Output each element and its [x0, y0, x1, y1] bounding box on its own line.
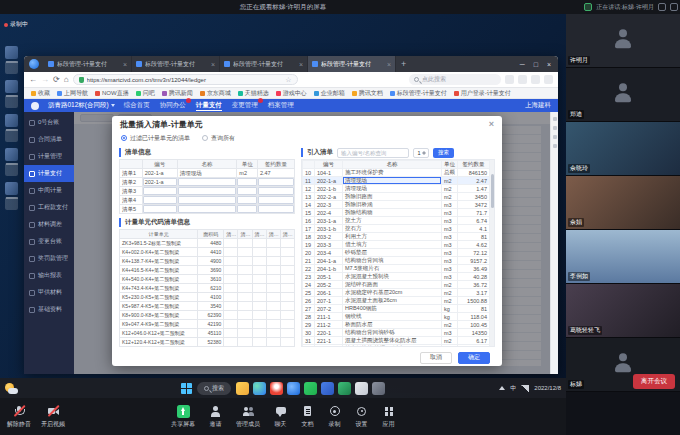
- taskbar-search[interactable]: 搜索: [197, 382, 231, 395]
- cell-input[interactable]: [237, 178, 258, 187]
- sidebar-item[interactable]: 计量支付: [24, 165, 74, 182]
- app-nav-item[interactable]: 计量支付: [196, 101, 222, 111]
- bookmark-item[interactable]: 问吧: [136, 89, 155, 98]
- cell-input[interactable]: [237, 196, 258, 205]
- participant-tile[interactable]: 佘娟: [566, 176, 680, 230]
- desktop-icon[interactable]: [5, 114, 18, 127]
- participant-tile[interactable]: 郑迪: [566, 68, 680, 122]
- close-icon[interactable]: ×: [489, 119, 494, 129]
- weather-widget-icon[interactable]: [5, 382, 18, 395]
- menu-icon[interactable]: [544, 75, 553, 84]
- participant-tile[interactable]: 佘晓玲: [566, 122, 680, 176]
- import-row[interactable]: 13202-2-a拆除旧路面m23450: [303, 193, 490, 201]
- cell-input[interactable]: [177, 187, 237, 196]
- tab-close-icon[interactable]: ×: [211, 61, 215, 68]
- unit-row[interactable]: K4+743.4-K4+第二预制梁6210: [120, 284, 295, 293]
- download-icon[interactable]: [505, 75, 514, 84]
- close-button[interactable]: ×: [547, 61, 551, 68]
- back-icon[interactable]: ←: [29, 76, 37, 84]
- unit-row[interactable]: K8+900.0-K8+第二预制梁62390: [120, 311, 295, 320]
- tools-icon[interactable]: [553, 144, 557, 148]
- profile-icon[interactable]: [531, 75, 540, 84]
- radio-icon[interactable]: [202, 135, 208, 141]
- qq-browser-icon[interactable]: [287, 382, 300, 395]
- import-row[interactable]: 27207-2HRB400钢筋kg81: [303, 305, 490, 313]
- bookmark-item[interactable]: 天猫精选: [238, 89, 269, 98]
- sidebar-item[interactable]: 合同清单: [24, 131, 74, 148]
- unit-row[interactable]: K4+002.0-K4+第二预制梁4410: [120, 248, 295, 257]
- sidebar-item[interactable]: 工程款支付: [24, 199, 74, 216]
- toolbar-chat[interactable]: 聊天: [274, 405, 287, 429]
- import-row[interactable]: 32223-1特大桥挖基(挖深5m以内)m31254.9: [303, 345, 490, 348]
- start-button[interactable]: [181, 383, 192, 394]
- import-row[interactable]: 17203-1-b挖石方m34.1: [303, 225, 490, 233]
- toolbar-members[interactable]: 管理成员: [236, 405, 260, 429]
- app-nav-item[interactable]: 协同办公: [160, 101, 186, 111]
- edge-icon[interactable]: [253, 382, 266, 395]
- tab-close-icon[interactable]: ×: [299, 61, 303, 68]
- file-explorer-icon[interactable]: [236, 382, 249, 395]
- home-icon[interactable]: ⌂: [64, 76, 69, 84]
- forward-icon[interactable]: →: [41, 76, 49, 84]
- bookmark-item[interactable]: 用户登录-计量支付: [454, 89, 511, 98]
- list-info-row[interactable]: 清单2202-1-a: [120, 178, 295, 187]
- cell-input[interactable]: [237, 205, 258, 214]
- cell-input[interactable]: [177, 196, 237, 205]
- sidebar-item[interactable]: 中间计量: [24, 182, 74, 199]
- bookmark-item[interactable]: 游戏中心: [276, 89, 307, 98]
- bookmark-star-icon[interactable]: ☆: [285, 76, 291, 84]
- import-row[interactable]: 28211-1钢绞线kg118.04: [303, 313, 490, 321]
- list-info-row[interactable]: 清单3: [120, 187, 295, 196]
- cell-input[interactable]: [257, 196, 294, 205]
- leave-meeting-button[interactable]: 离开会议: [633, 374, 675, 389]
- unit-row[interactable]: K9+047.4-K9+第二预制梁42190: [120, 320, 295, 329]
- bookmark-item[interactable]: NOW直播: [95, 89, 129, 98]
- desktop-icon[interactable]: [5, 46, 18, 59]
- result-stepper[interactable]: 1: [413, 148, 429, 158]
- import-row[interactable]: 18203-2利用土方m381: [303, 233, 490, 241]
- cell-input[interactable]: [257, 178, 294, 187]
- unit-row[interactable]: K12+120.4-K12+第二预制梁52380: [120, 338, 295, 347]
- cancel-button[interactable]: 取消: [420, 352, 452, 364]
- sidebar-item[interactable]: 变更台账: [24, 233, 74, 250]
- sidebar-item[interactable]: 奖罚款管理: [24, 250, 74, 267]
- import-row[interactable]: 29211-2桥面防水层m2100.45: [303, 321, 490, 329]
- app-nav-item[interactable]: 档案管理: [268, 101, 294, 111]
- desktop-icon[interactable]: [5, 148, 18, 161]
- list-info-row[interactable]: 清单1202-1-a清理现场m22.47: [120, 169, 295, 178]
- sidebar-item[interactable]: 输出报表: [24, 267, 74, 284]
- import-row[interactable]: 24205-2泥结碎石路面m236.72: [303, 281, 490, 289]
- project-selector[interactable]: 沥青路012标(合同段): [48, 101, 115, 110]
- import-row[interactable]: 19203-3借土填方m34.62: [303, 241, 490, 249]
- sidebar-item[interactable]: 计量管理: [24, 148, 74, 165]
- tab-close-icon[interactable]: ×: [387, 61, 391, 68]
- settings-app-icon[interactable]: [372, 382, 385, 395]
- cell-input[interactable]: [142, 196, 177, 205]
- import-search-input[interactable]: [337, 148, 409, 158]
- browser-logo[interactable]: [29, 59, 39, 69]
- toolbar-settings[interactable]: 设置: [355, 405, 368, 429]
- excel-icon[interactable]: [338, 382, 351, 395]
- import-row[interactable]: 11202-1-a清理现场m22.47: [303, 177, 490, 185]
- participant-tile[interactable]: 葛晓轻轻飞: [566, 284, 680, 338]
- import-row[interactable]: 16203-1-a挖土方m36.74: [303, 217, 490, 225]
- unit-row[interactable]: K4+416.5-K4+第二预制梁3690: [120, 266, 295, 275]
- ime-indicator[interactable]: 中: [510, 384, 516, 393]
- import-row[interactable]: 26207-1水泥混凝土面板26cmm21500.88: [303, 297, 490, 305]
- browser-tab[interactable]: 标段管理-计量支付×: [308, 56, 396, 72]
- fullscreen-icon[interactable]: [670, 3, 678, 11]
- toolbar-camera-off[interactable]: 开启视频: [41, 405, 65, 429]
- import-row[interactable]: 22204-1-bM7.5浆砌片石m336.49: [303, 265, 490, 273]
- scrollbar[interactable]: [490, 160, 494, 346]
- cell-input[interactable]: [142, 187, 177, 196]
- bookmark-item[interactable]: 上网导航: [57, 89, 88, 98]
- import-row[interactable]: 25206-1水泥稳定碎石基层20cmm23.17: [303, 289, 490, 297]
- unit-row[interactable]: K5+230.0-K5+第二预制梁4100: [120, 293, 295, 302]
- bookmark-item[interactable]: 腾讯新闻: [162, 89, 193, 98]
- participant-tile[interactable]: 李例如: [566, 230, 680, 284]
- chrome-icon[interactable]: [270, 382, 283, 395]
- cell-input[interactable]: 202-1-a: [142, 178, 177, 187]
- bookmark-item[interactable]: 标段管理-计量支付: [390, 89, 447, 98]
- notes-icon[interactable]: [355, 382, 368, 395]
- import-row[interactable]: 14202-3拆除旧桥涵m33472: [303, 201, 490, 209]
